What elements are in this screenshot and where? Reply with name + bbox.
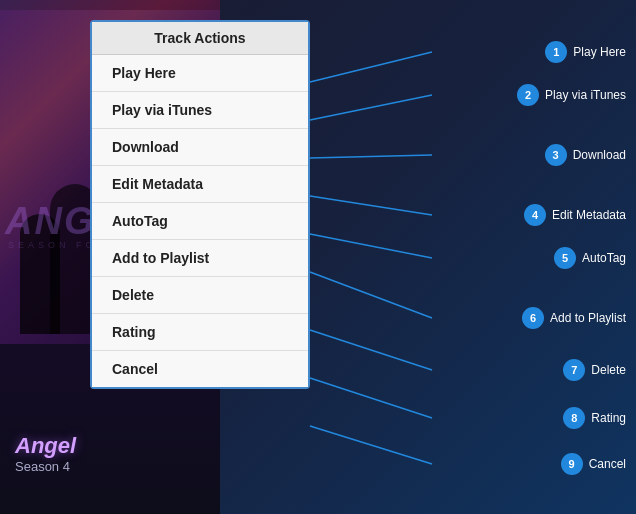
album-label: Angel Season 4 (15, 433, 76, 474)
dialog-title: Track Actions (92, 22, 308, 55)
badge-number-7: 7 (563, 359, 585, 381)
menu-item-delete[interactable]: Delete (92, 277, 308, 314)
badge-label-3: Download (573, 148, 626, 162)
badge-number-8: 8 (563, 407, 585, 429)
badge-number-1: 1 (545, 41, 567, 63)
menu-item-rating[interactable]: Rating (92, 314, 308, 351)
show-season: Season 4 (15, 459, 76, 474)
badge-container: 1 Play Here 2 Play via iTunes 3 Download… (436, 0, 636, 514)
badge-label-6: Add to Playlist (550, 311, 626, 325)
badge-number-6: 6 (522, 307, 544, 329)
badge-label-5: AutoTag (582, 251, 626, 265)
badge-4: 4 Edit Metadata (524, 204, 626, 226)
menu-item-download[interactable]: Download (92, 129, 308, 166)
badge-number-2: 2 (517, 84, 539, 106)
badge-number-4: 4 (524, 204, 546, 226)
badge-number-5: 5 (554, 247, 576, 269)
badge-5: 5 AutoTag (554, 247, 626, 269)
menu-item-play-itunes[interactable]: Play via iTunes (92, 92, 308, 129)
badge-7: 7 Delete (563, 359, 626, 381)
menu-item-edit-metadata[interactable]: Edit Metadata (92, 166, 308, 203)
badge-number-3: 3 (545, 144, 567, 166)
badge-label-8: Rating (591, 411, 626, 425)
menu-item-add-playlist[interactable]: Add to Playlist (92, 240, 308, 277)
badge-label-1: Play Here (573, 45, 626, 59)
badge-8: 8 Rating (563, 407, 626, 429)
badge-9: 9 Cancel (561, 453, 626, 475)
menu-item-autotag[interactable]: AutoTag (92, 203, 308, 240)
badge-2: 2 Play via iTunes (517, 84, 626, 106)
menu-item-play-here[interactable]: Play Here (92, 55, 308, 92)
badge-1: 1 Play Here (545, 41, 626, 63)
show-title: Angel (15, 433, 76, 459)
menu-item-cancel[interactable]: Cancel (92, 351, 308, 387)
badge-number-9: 9 (561, 453, 583, 475)
track-actions-dialog: Track Actions Play Here Play via iTunes … (90, 20, 310, 389)
badge-label-4: Edit Metadata (552, 208, 626, 222)
badge-label-7: Delete (591, 363, 626, 377)
badge-label-2: Play via iTunes (545, 88, 626, 102)
badge-3: 3 Download (545, 144, 626, 166)
badge-label-9: Cancel (589, 457, 626, 471)
badge-6: 6 Add to Playlist (522, 307, 626, 329)
